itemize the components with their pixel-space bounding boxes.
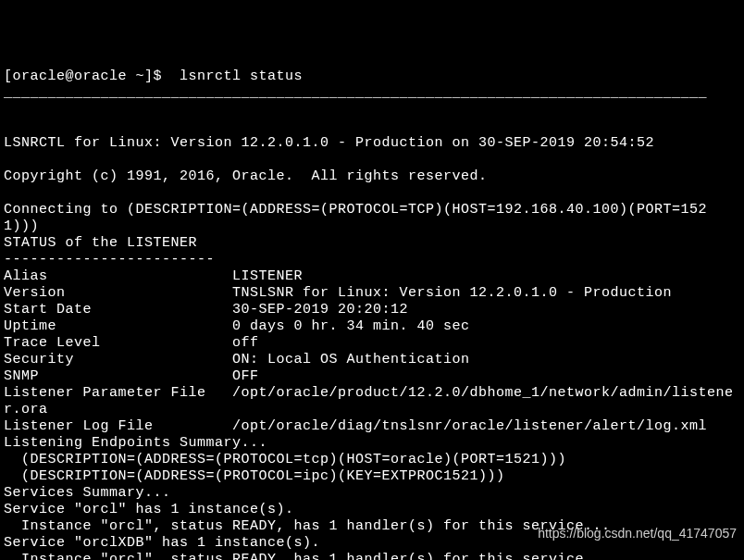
paramfile-line: Listener Parameter File /opt/oracle/prod… (4, 385, 734, 417)
status-title: STATUS of the LISTENER (4, 235, 197, 251)
instance-line: Instance "orcl", status READY, has 1 han… (4, 518, 611, 534)
version-line: Version TNSLSNR for Linux: Version 12.2.… (4, 285, 672, 301)
services-title: Services Summary... (4, 485, 171, 501)
trace-line: Trace Level off (4, 335, 259, 351)
snmp-line: SNMP OFF (4, 368, 259, 384)
lsnrctl-header: LSNRCTL for Linux: Version 12.2.0.1.0 - … (4, 135, 654, 151)
watermark-text: https://blog.csdn.net/qq_41747057 (538, 526, 737, 541)
endpoint-line: (DESCRIPTION=(ADDRESS=(PROTOCOL=tcp)(HOS… (4, 452, 566, 467)
startdate-line: Start Date 30-SEP-2019 20:20:12 (4, 302, 408, 317)
dashes-line: ------------------------ (4, 252, 215, 268)
terminal-output[interactable]: [oracle@oracle ~]$ lsnrctl status ______… (4, 68, 740, 560)
service-line: Service "orclXDB" has 1 instance(s). (4, 535, 320, 551)
endpoint-line: (DESCRIPTION=(ADDRESS=(PROTOCOL=ipc)(KEY… (4, 468, 505, 484)
endpoints-title: Listening Endpoints Summary... (4, 435, 267, 451)
copyright-line: Copyright (c) 1991, 2016, Oracle. All ri… (4, 168, 488, 184)
service-line: Service "orcl" has 1 instance(s). (4, 502, 294, 517)
horizontal-rule: ________________________________________… (4, 85, 740, 102)
uptime-line: Uptime 0 days 0 hr. 34 min. 40 sec (4, 318, 470, 334)
instance-line: Instance "orcl", status READY, has 1 han… (4, 552, 611, 560)
logfile-line: Listener Log File /opt/oracle/diag/tnsls… (4, 418, 707, 434)
connecting-line: Connecting to (DESCRIPTION=(ADDRESS=(PRO… (4, 202, 707, 234)
security-line: Security ON: Local OS Authentication (4, 352, 470, 367)
prompt-command-line: [oracle@oracle ~]$ lsnrctl status (4, 68, 303, 84)
alias-line: Alias LISTENER (4, 268, 303, 284)
